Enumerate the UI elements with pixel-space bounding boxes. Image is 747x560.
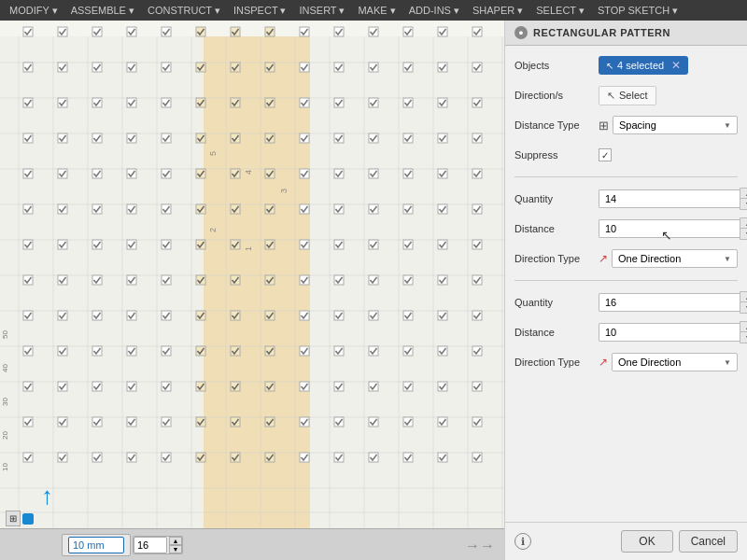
suppress-row: Suppress ✓ — [514, 143, 738, 167]
menu-assemble[interactable]: ASSEMBLE ▾ — [65, 3, 140, 19]
direction-type1-row: Direction Type ↗ One Direction ▼ — [514, 246, 738, 271]
bottom-toolbar: ▲ ▼ →→ — [0, 528, 504, 560]
divider-2 — [514, 280, 738, 281]
direction-type2-dropdown[interactable]: One Direction ▼ — [612, 353, 738, 371]
quantity2-input[interactable] — [599, 293, 740, 312]
menu-addins[interactable]: ADD-INS ▾ — [403, 3, 465, 19]
spacing-icon: ⊞ — [599, 119, 609, 133]
quantity2-up-btn[interactable]: ▲ — [740, 292, 747, 302]
badge-cursor-icon: ↖ — [606, 61, 613, 71]
direction-type2-row: Direction Type ↗ One Direction ▼ — [514, 350, 738, 374]
canvas-area[interactable]: 5 4 3 2 1 50 40 30 20 10 — [0, 21, 504, 560]
quantity-stepper[interactable]: ▲ ▼ — [169, 537, 182, 553]
distance-type-row: Distance Type ⊞ Spacing ▼ — [514, 113, 738, 137]
checkmarks-svg — [0, 21, 504, 497]
direction-type1-label: Direction Type — [514, 253, 599, 264]
coord-display: ⊞ — [6, 511, 34, 526]
menu-insert[interactable]: INSERT ▾ — [293, 3, 350, 19]
distance2-stepper[interactable]: ▲ ▼ — [740, 321, 747, 343]
quantity2-down-btn[interactable]: ▼ — [740, 302, 747, 313]
nav-arrows: →→ — [465, 538, 495, 554]
distance-type-value: ⊞ Spacing ▼ — [599, 116, 738, 134]
suppress-checkbox[interactable]: ✓ — [599, 148, 612, 161]
menu-make[interactable]: MAKE ▾ — [352, 3, 401, 19]
objects-badge[interactable]: ↖ 4 selected ✕ — [599, 56, 688, 75]
menu-shaper[interactable]: SHAPER ▾ — [467, 3, 529, 19]
ok-button[interactable]: OK — [621, 530, 672, 553]
up-arrow-icon: ↑ — [41, 483, 53, 508]
panel: ● RECTANGULAR PATTERN Objects ↖ 4 select… — [504, 21, 747, 560]
quantity2-row: Quantity ▲ ▼ — [514, 290, 738, 315]
quantity2-label: Quantity — [514, 297, 599, 308]
distance2-input-group: ▲ ▼ — [599, 321, 747, 343]
quantity-down-btn[interactable]: ▼ — [169, 545, 182, 553]
menu-modify[interactable]: MODIFY ▾ — [4, 3, 63, 19]
select-cursor-icon: ↖ — [607, 90, 615, 102]
objects-value: ↖ 4 selected ✕ — [599, 56, 738, 75]
panel-title: RECTANGULAR PATTERN — [533, 27, 670, 38]
quantity1-up-btn[interactable]: ▲ — [740, 189, 747, 199]
distance1-input-group: ▲ ▼ — [599, 217, 747, 240]
panel-header: ● RECTANGULAR PATTERN — [505, 21, 747, 46]
dimension-input[interactable] — [68, 537, 124, 553]
distance1-value: ▲ ▼ — [599, 217, 747, 240]
objects-badge-text: 4 selected — [617, 60, 664, 71]
quantity1-input[interactable] — [599, 189, 740, 208]
right-arrow-icon: →→ — [465, 538, 495, 554]
distance-type-text: Spacing — [619, 119, 656, 131]
menu-inspect[interactable]: INSPECT ▾ — [228, 3, 292, 19]
menu-stop-sketch[interactable]: STOP SKETCH ▾ — [592, 3, 684, 19]
select-btn-text: Select — [619, 90, 648, 101]
checkmarks-overlay — [0, 21, 504, 497]
main-area: 5 4 3 2 1 50 40 30 20 10 — [0, 21, 747, 560]
quantity1-down-btn[interactable]: ▼ — [740, 199, 747, 209]
quantity-up-btn[interactable]: ▲ — [169, 537, 182, 545]
direction-type2-value: ↗ One Direction ▼ — [599, 353, 738, 371]
quantity1-value: ▲ ▼ — [599, 188, 747, 210]
dimension-input-group[interactable] — [62, 534, 131, 556]
component-icon — [22, 513, 34, 525]
objects-row: Objects ↖ 4 selected ✕ — [514, 53, 738, 77]
quantity2-input-group: ▲ ▼ — [599, 291, 747, 314]
objects-label: Objects — [514, 60, 599, 71]
suppress-label: Suppress — [514, 149, 599, 161]
menubar: MODIFY ▾ ASSEMBLE ▾ CONSTRUCT ▾ INSPECT … — [0, 0, 747, 21]
dropdown-arrow-icon: ▼ — [724, 121, 731, 130]
quantity2-value: ▲ ▼ — [599, 291, 747, 314]
direction-type1-arrow-icon: ▼ — [724, 255, 731, 263]
directions-row: Direction/s ↖ Select — [514, 83, 738, 107]
quantity1-label: Quantity — [514, 193, 599, 204]
quantity-input[interactable] — [134, 537, 167, 553]
panel-header-icon: ● — [514, 26, 528, 39]
select-direction-btn[interactable]: ↖ Select — [599, 86, 656, 105]
distance2-row: Distance ▲ ▼ — [514, 320, 738, 344]
distance1-stepper[interactable]: ▲ ▼ — [740, 217, 747, 240]
distance-type-dropdown[interactable]: Spacing ▼ — [613, 116, 738, 134]
badge-close-btn[interactable]: ✕ — [671, 59, 681, 72]
direction-type1-dropdown[interactable]: One Direction ▼ — [612, 249, 738, 268]
distance1-down-btn[interactable]: ▼ — [740, 229, 747, 239]
suppress-value: ✓ — [599, 148, 738, 161]
distance2-input[interactable] — [599, 323, 740, 342]
panel-footer: ℹ OK Cancel — [505, 522, 747, 560]
distance1-up-btn[interactable]: ▲ — [740, 218, 747, 229]
quantity-input-group[interactable]: ▲ ▼ — [133, 536, 183, 554]
quantity2-stepper[interactable]: ▲ ▼ — [740, 291, 747, 314]
directions-label: Direction/s — [514, 90, 599, 101]
info-icon[interactable]: ℹ — [514, 533, 531, 550]
distance1-label: Distance — [514, 223, 599, 234]
direction-type2-icon: ↗ — [599, 356, 608, 369]
distance2-value: ▲ ▼ — [599, 321, 747, 343]
direction-type1-text: One Direction — [618, 253, 681, 264]
directions-value: ↖ Select — [599, 86, 738, 105]
distance2-down-btn[interactable]: ▼ — [740, 332, 747, 343]
distance1-input[interactable] — [599, 219, 740, 238]
quantity1-stepper[interactable]: ▲ ▼ — [740, 188, 747, 210]
menu-select[interactable]: SELECT ▾ — [530, 3, 590, 19]
quantity1-row: Quantity ▲ ▼ — [514, 187, 738, 211]
distance2-up-btn[interactable]: ▲ — [740, 322, 747, 332]
menu-construct[interactable]: CONSTRUCT ▾ — [142, 3, 226, 19]
direction-type1-icon: ↗ — [599, 252, 608, 265]
cancel-button[interactable]: Cancel — [679, 530, 738, 553]
direction-type2-arrow-icon: ▼ — [724, 358, 731, 367]
